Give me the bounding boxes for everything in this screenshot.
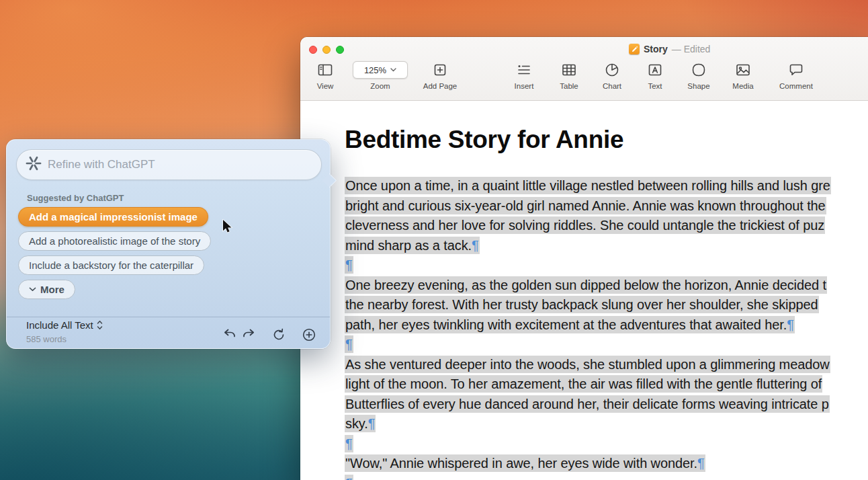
document-line: ¶ (345, 335, 868, 355)
undo-icon (222, 327, 237, 342)
document-title: Bedtime Story for Annie (345, 125, 868, 155)
document-line: cleverness and her love for solving ridd… (345, 216, 868, 236)
document-line: One breezy evening, as the golden sun di… (345, 276, 868, 296)
window-title: Story — Edited (629, 44, 710, 54)
document-line: path, her eyes twinkling with excitement… (345, 315, 868, 335)
toolbar-insert-button[interactable]: Insert (504, 61, 544, 90)
document-line: ¶ (345, 474, 868, 480)
suggestion-list: Add a magical impressionist imageAdd a p… (18, 207, 211, 275)
desktop: Story — Edited View 125% Zoom (0, 0, 868, 480)
pilcrow-mark: ¶ (368, 416, 376, 431)
window-chrome: Story — Edited View 125% Zoom (300, 37, 868, 101)
pilcrow-mark: ¶ (345, 337, 353, 352)
zoom-value: 125% (364, 65, 386, 75)
add-button[interactable] (301, 327, 317, 343)
document-line: the nearby forest. With her trusty backp… (345, 295, 868, 315)
view-icon (317, 61, 333, 79)
pages-document-icon (629, 44, 640, 54)
line-text: "Wow," Annie whispered in awe, her eyes … (345, 456, 697, 471)
chatgpt-input[interactable] (48, 150, 321, 179)
toolbar-label: Chart (603, 82, 621, 90)
document-line: "Wow," Annie whispered in awe, her eyes … (345, 454, 868, 474)
line-text: Once upon a time, in a quaint little vil… (345, 178, 830, 193)
suggestion-label: Include a backstory for the caterpillar (29, 259, 193, 271)
more-button[interactable]: More (18, 280, 75, 299)
document-body: Bedtime Story for Annie Once upon a time… (345, 125, 868, 480)
fullscreen-button[interactable] (336, 46, 344, 54)
toolbar-label: Media (732, 82, 753, 90)
suggestion-pill[interactable]: Add a photorealistic image of the story (18, 231, 211, 251)
toolbar-label: Shape (687, 82, 709, 90)
toolbar-label: Text (648, 82, 662, 90)
toolbar-media-button[interactable]: Media (723, 61, 763, 90)
toolbar-text-button[interactable]: Text (635, 61, 675, 90)
window-title-state: — Edited (672, 44, 711, 54)
pilcrow-mark: ¶ (345, 436, 353, 451)
chatgpt-input-wrap (16, 149, 322, 180)
zoom-dropdown[interactable]: 125% (353, 61, 408, 79)
suggestion-label: Add a magical impressionist image (29, 211, 198, 223)
pilcrow-mark: ¶ (345, 257, 353, 272)
toolbar-chart-button[interactable]: Chart (592, 61, 632, 90)
pilcrow-mark: ¶ (697, 456, 705, 471)
document-lines: Once upon a time, in a quaint little vil… (345, 176, 868, 480)
regenerate-button[interactable] (271, 327, 287, 343)
comment-icon (788, 61, 804, 79)
document-line: ¶ (345, 434, 868, 454)
redo-icon (241, 327, 256, 342)
mouse-cursor (222, 219, 235, 234)
insert-icon (516, 61, 532, 79)
pilcrow-mark: ¶ (345, 476, 353, 480)
toolbar-table-button[interactable]: Table (549, 61, 589, 90)
document-line: ¶ (345, 255, 868, 276)
chevron-up-down-icon (97, 320, 103, 330)
toolbar-add-page-button[interactable]: Add Page (420, 61, 460, 90)
line-text: mind sharp as a tack. (345, 238, 472, 253)
redo-button[interactable] (241, 327, 257, 343)
window-title-text: Story (644, 44, 668, 54)
plus-circle-icon (302, 327, 316, 342)
text-icon (647, 61, 663, 79)
document-line: sky.¶ (345, 414, 868, 434)
pages-window: Story — Edited View 125% Zoom (300, 37, 868, 480)
toolbar: View 125% Zoom Add Page (300, 61, 868, 100)
toolbar-label: View (317, 82, 334, 90)
line-text: sky. (345, 416, 368, 431)
add-page-icon (432, 61, 448, 79)
document-line: Butterflies of every hue danced around h… (345, 395, 868, 415)
close-button[interactable] (309, 46, 317, 54)
shape-icon (691, 61, 707, 79)
document-canvas[interactable]: Bedtime Story for Annie Once upon a time… (300, 101, 868, 480)
toolbar-label: Add Page (423, 82, 458, 90)
line-text: One breezy evening, as the golden sun di… (345, 278, 826, 292)
table-icon (561, 61, 577, 79)
toolbar-comment-button[interactable]: Comment (774, 61, 818, 90)
toolbar-zoom-control: 125% Zoom (350, 61, 410, 90)
toolbar-label: Comment (779, 82, 813, 90)
chatgpt-logo-icon (25, 155, 42, 175)
line-text: bright and curious six-year-old girl nam… (345, 198, 826, 213)
text-scope-control[interactable]: Include All Text (26, 319, 103, 331)
pilcrow-mark: ¶ (787, 317, 794, 332)
chatgpt-popover: Suggested by ChatGPT Add a magical impre… (6, 139, 331, 349)
suggestion-pill[interactable]: Add a magical impressionist image (18, 207, 208, 227)
chevron-down-icon (390, 68, 396, 72)
suggested-by-label: Suggested by ChatGPT (27, 193, 124, 203)
undo-button[interactable] (222, 327, 238, 343)
media-icon (735, 61, 751, 79)
toolbar-view-button[interactable]: View (305, 61, 345, 90)
popover-divider (7, 317, 330, 317)
line-text: light of the moon. To her amazement, the… (345, 376, 822, 391)
line-text: path, her eyes twinkling with excitement… (345, 317, 787, 332)
more-label: More (40, 284, 64, 295)
minimize-button[interactable] (322, 46, 331, 54)
document-line: mind sharp as a tack.¶ (345, 236, 868, 256)
toolbar-label: Insert (515, 82, 534, 90)
pilcrow-mark: ¶ (472, 238, 479, 253)
suggestion-pill[interactable]: Include a backstory for the caterpillar (18, 255, 204, 275)
document-line: As she ventured deeper into the woods, s… (345, 355, 868, 375)
toolbar-shape-button[interactable]: Shape (679, 61, 719, 90)
document-line: Once upon a time, in a quaint little vil… (345, 176, 868, 196)
document-line: bright and curious six-year-old girl nam… (345, 196, 868, 216)
word-count: 585 words (26, 334, 67, 344)
